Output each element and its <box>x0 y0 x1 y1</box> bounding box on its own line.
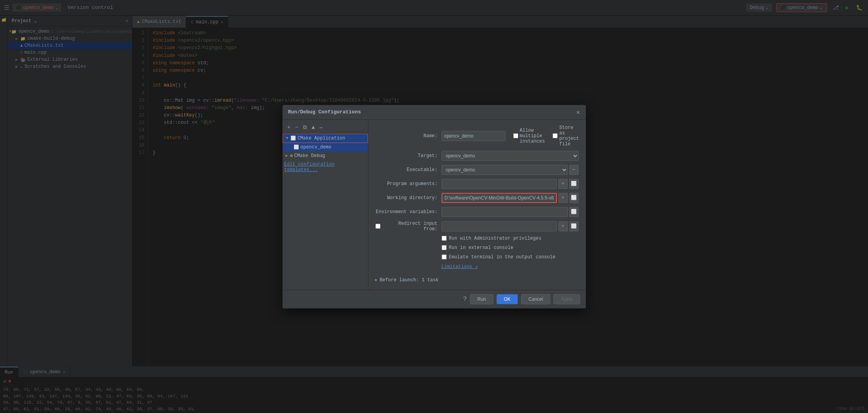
run-admin-label: Run with Administrator privileges <box>449 236 542 241</box>
dialog-title: Run/Debug Configurations <box>288 109 361 115</box>
allow-multiple-label: Allow multiple instances <box>513 128 545 144</box>
executable-browse-btn[interactable]: ⋯ <box>569 165 579 175</box>
emulate-terminal-label: Emulate terminal in the output console <box>449 254 556 260</box>
ok-button[interactable]: OK <box>497 294 518 304</box>
executable-select-wrapper: opencv_demo ⋯ <box>442 165 579 175</box>
working-dir-input[interactable] <box>442 193 557 203</box>
dialog-close-button[interactable]: ✕ <box>576 108 580 116</box>
cmake-debug-arrow: ▶ <box>286 154 288 158</box>
before-launch-label: Before launch: 1 task <box>380 277 438 283</box>
working-dir-wrapper: + ⬜ <box>442 193 579 203</box>
copy-config-button[interactable]: ⧉ <box>301 124 308 131</box>
run-button[interactable]: Run <box>470 294 493 304</box>
before-launch-header[interactable]: ▶ Before launch: 1 task <box>375 276 579 284</box>
target-select[interactable]: opencv_demo <box>442 151 579 161</box>
help-icon[interactable]: ? <box>463 296 467 303</box>
program-args-wrapper: + ⬜ <box>442 179 579 189</box>
emulate-terminal-checkbox[interactable] <box>442 254 447 259</box>
redirect-label: Redirect input from: <box>375 221 438 232</box>
cmake-app-group[interactable]: ▼ ⬜ CMake Application <box>283 134 368 143</box>
cmake-debug-icon: ⚙ <box>290 153 293 158</box>
move-up-button[interactable]: ▲ <box>310 124 316 131</box>
name-input[interactable] <box>442 131 505 141</box>
remove-config-button[interactable]: − <box>294 124 300 131</box>
cancel-button[interactable]: Cancel <box>521 294 550 304</box>
run-external-checkbox[interactable] <box>442 245 447 250</box>
dialog-right-panel: Name: Allow multiple instances Store as … <box>368 120 586 290</box>
executable-row: Executable: opencv_demo ⋯ <box>375 165 579 175</box>
redirect-wrapper: + ⬜ <box>442 221 579 231</box>
dialog-footer: ? Run OK Cancel Apply <box>283 290 586 308</box>
working-dir-row: Working directory: + ⬜ <box>375 193 579 203</box>
working-dir-label: Working directory: <box>375 195 438 201</box>
executable-select[interactable]: opencv_demo <box>442 165 568 175</box>
executable-label: Executable: <box>375 167 438 173</box>
program-args-folder-btn[interactable]: ⬜ <box>569 179 579 189</box>
emulate-terminal-row: Emulate terminal in the output console <box>442 254 579 260</box>
target-row: Target: opencv_demo <box>375 151 579 161</box>
name-label: Name: <box>375 133 438 139</box>
dialog-toolbar: + − ⧉ ▲ ⋯ <box>283 122 368 134</box>
store-as-project-label: Store as project file <box>553 125 579 147</box>
redirect-folder-btn[interactable]: ⬜ <box>569 221 579 231</box>
program-args-label: Program arguments: <box>375 181 438 187</box>
apply-button[interactable]: Apply <box>553 294 580 304</box>
opencv-demo-label: opencv_demo <box>301 145 331 150</box>
cmake-debug-config[interactable]: ▶ ⚙ CMake Debug <box>283 152 368 160</box>
working-dir-add-btn[interactable]: + <box>558 193 568 203</box>
dialog-overlay: Run/Debug Configurations ✕ + − ⧉ ▲ ⋯ ▼ ⬜… <box>0 0 868 413</box>
target-select-wrapper: opencv_demo <box>442 151 579 161</box>
store-as-project-checkbox[interactable] <box>553 133 558 138</box>
limitations-link[interactable]: Limitations ↗ <box>442 264 478 270</box>
cmake-app-group-icon: ⬜ <box>291 136 296 141</box>
run-external-label: Run in external console <box>449 245 514 251</box>
add-config-button[interactable]: + <box>286 124 292 131</box>
env-vars-row: Environment variables: ⬜ <box>375 207 579 217</box>
env-vars-label: Environment variables: <box>375 209 438 215</box>
opencv-demo-icon: ⬜ <box>294 145 299 150</box>
program-args-input[interactable] <box>442 179 557 189</box>
name-row: Name: Allow multiple instances Store as … <box>375 125 579 147</box>
run-debug-dialog: Run/Debug Configurations ✕ + − ⧉ ▲ ⋯ ▼ ⬜… <box>282 105 586 309</box>
working-dir-folder-btn[interactable]: ⬜ <box>569 193 579 203</box>
dialog-body: + − ⧉ ▲ ⋯ ▼ ⬜ CMake Application ⬜ opencv… <box>283 120 586 290</box>
run-external-row: Run in external console <box>442 245 579 251</box>
target-label: Target: <box>375 153 438 159</box>
run-admin-row: Run with Administrator privileges <box>442 236 579 241</box>
dialog-left-panel: + − ⧉ ▲ ⋯ ▼ ⬜ CMake Application ⬜ opencv… <box>283 120 368 290</box>
redirect-add-btn[interactable]: + <box>558 221 568 231</box>
before-launch-section: ▶ Before launch: 1 task <box>375 276 579 284</box>
redirect-input[interactable] <box>442 221 557 231</box>
dialog-title-bar: Run/Debug Configurations ✕ <box>283 105 586 120</box>
more-options-button[interactable]: ⋯ <box>318 124 324 132</box>
limitations-row: Limitations ↗ <box>442 264 579 270</box>
edit-config-link-container: Edit configuration templates... <box>283 160 368 174</box>
env-vars-input[interactable] <box>442 207 568 217</box>
before-launch-arrow: ▶ <box>375 278 377 282</box>
opencv-demo-config[interactable]: ⬜ opencv_demo <box>283 143 368 152</box>
redirect-checkbox[interactable] <box>375 224 380 229</box>
edit-config-link[interactable]: Edit configuration templates... <box>284 162 366 173</box>
run-admin-checkbox[interactable] <box>442 236 447 241</box>
env-vars-wrapper: ⬜ <box>442 207 579 217</box>
program-args-row: Program arguments: + ⬜ <box>375 179 579 189</box>
allow-multiple-checkbox[interactable] <box>513 133 518 138</box>
env-vars-browse-btn[interactable]: ⬜ <box>569 207 579 217</box>
program-args-add-btn[interactable]: + <box>558 179 568 189</box>
cmake-debug-label: CMake Debug <box>294 153 325 159</box>
redirect-row: Redirect input from: + ⬜ <box>375 221 579 232</box>
cmake-app-group-arrow: ▼ <box>286 136 288 140</box>
cmake-app-group-label: CMake Application <box>298 136 345 141</box>
